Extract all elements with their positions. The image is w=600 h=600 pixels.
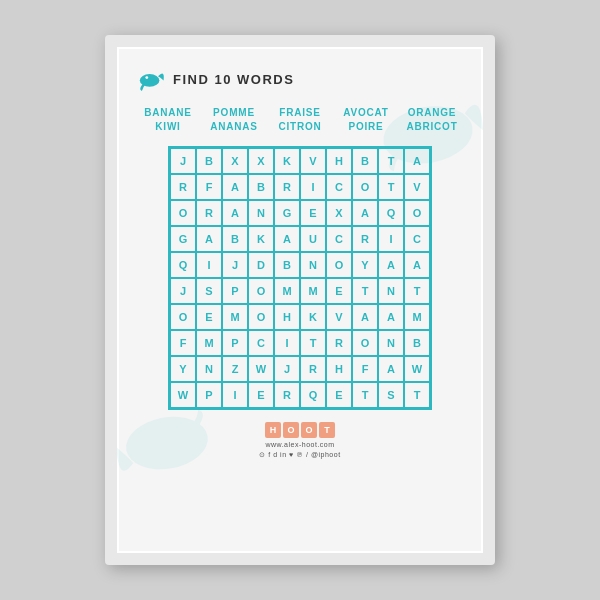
word-search-grid: JBXXKVHBTARFABRICOTVORANGEXAQOGABKAUCRIC… [168, 146, 432, 410]
grid-cell: I [274, 330, 300, 356]
grid-cell: I [196, 252, 222, 278]
grid-cell: S [196, 278, 222, 304]
grid-cell: T [378, 148, 404, 174]
grid-cell: V [300, 148, 326, 174]
word-item: CITRON [269, 121, 331, 132]
grid-cell: N [378, 278, 404, 304]
grid-cell: M [404, 304, 430, 330]
grid-cell: G [170, 226, 196, 252]
grid-cell: R [300, 356, 326, 382]
word-item: ORANGE [401, 107, 463, 118]
word-item: ANANAS [203, 121, 265, 132]
grid-cell: Q [170, 252, 196, 278]
grid-cell: N [378, 330, 404, 356]
grid-cell: B [222, 226, 248, 252]
grid-cell: A [196, 226, 222, 252]
grid-cell: T [352, 382, 378, 408]
grid-cell: O [404, 200, 430, 226]
grid-cell: N [248, 200, 274, 226]
header: FIND 10 WORDS [137, 65, 294, 93]
logo-tile: O [283, 422, 299, 438]
word-item: BANANE [137, 107, 199, 118]
grid-cell: W [170, 382, 196, 408]
grid-cell: R [196, 200, 222, 226]
svg-point-3 [145, 76, 148, 79]
grid-cell: A [352, 200, 378, 226]
grid-cell: A [352, 304, 378, 330]
grid-cell: O [170, 200, 196, 226]
grid-cell: C [326, 174, 352, 200]
grid-cell: N [196, 356, 222, 382]
grid-cell: C [326, 226, 352, 252]
word-item: KIWI [137, 121, 199, 132]
grid-cell: J [274, 356, 300, 382]
grid-cell: Q [378, 200, 404, 226]
grid-cell: A [378, 252, 404, 278]
word-item: POMME [203, 107, 265, 118]
logo-tile: T [319, 422, 335, 438]
grid-cell: D [248, 252, 274, 278]
grid-cell: T [300, 330, 326, 356]
frame: FIND 10 WORDS BANANEPOMMEFRAISEAVOCATORA… [105, 35, 495, 565]
hoot-logo: HOOT [265, 422, 335, 438]
grid-cell: R [170, 174, 196, 200]
grid-cell: S [378, 382, 404, 408]
website-url: www.alex-hoot.com [265, 441, 334, 448]
grid-cell: X [222, 148, 248, 174]
footer: HOOT www.alex-hoot.com ⊙ f d in ♥ ℗ / @i… [259, 422, 340, 459]
grid-cell: N [300, 252, 326, 278]
grid-cell: J [222, 252, 248, 278]
word-item: POIRE [335, 121, 397, 132]
grid-cell: B [248, 174, 274, 200]
grid-cell: F [196, 174, 222, 200]
grid-cell: P [222, 330, 248, 356]
grid-cell: B [352, 148, 378, 174]
grid-cell: K [300, 304, 326, 330]
grid-cell: Y [352, 252, 378, 278]
grid-cell: T [404, 382, 430, 408]
grid-cell: O [326, 252, 352, 278]
grid-cell: E [326, 278, 352, 304]
grid-cell: A [404, 252, 430, 278]
grid-cell: P [196, 382, 222, 408]
grid-cell: P [222, 278, 248, 304]
grid-cell: B [404, 330, 430, 356]
logo-tile: O [301, 422, 317, 438]
grid-cell: V [326, 304, 352, 330]
grid-cell: Q [300, 382, 326, 408]
grid-cell: E [300, 200, 326, 226]
grid-cell: F [170, 330, 196, 356]
grid-cell: A [378, 356, 404, 382]
grid-cell: I [378, 226, 404, 252]
grid-cell: X [248, 148, 274, 174]
grid-cell: O [352, 174, 378, 200]
grid-cell: U [300, 226, 326, 252]
grid-cell: I [300, 174, 326, 200]
grid-cell: E [196, 304, 222, 330]
grid-cell: H [326, 148, 352, 174]
word-item: AVOCAT [335, 107, 397, 118]
whale-logo-icon [137, 65, 165, 93]
grid-cell: A [222, 200, 248, 226]
grid-cell: W [404, 356, 430, 382]
grid-cell: B [274, 252, 300, 278]
grid-cell: T [404, 278, 430, 304]
grid-cell: M [196, 330, 222, 356]
page-title: FIND 10 WORDS [173, 72, 294, 87]
grid-cell: E [248, 382, 274, 408]
grid-cell: A [404, 148, 430, 174]
grid-cell: X [326, 200, 352, 226]
grid-cell: O [352, 330, 378, 356]
grid-cell: B [196, 148, 222, 174]
grid-cell: M [222, 304, 248, 330]
grid-cell: O [248, 304, 274, 330]
grid-cell: F [352, 356, 378, 382]
grid-cell: I [222, 382, 248, 408]
grid-cell: G [274, 200, 300, 226]
grid-cell: T [352, 278, 378, 304]
grid-cell: V [404, 174, 430, 200]
grid-cell: J [170, 148, 196, 174]
grid-cell: T [378, 174, 404, 200]
grid-cell: W [248, 356, 274, 382]
grid-cell: O [248, 278, 274, 304]
